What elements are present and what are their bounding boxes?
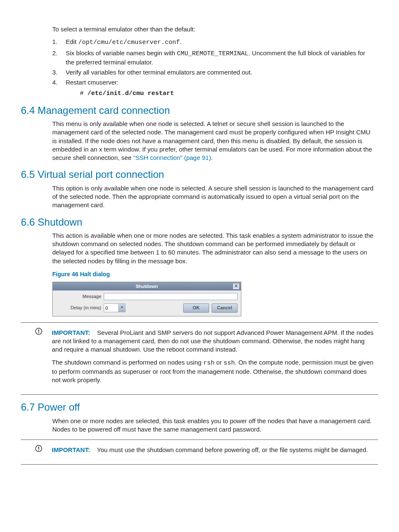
step-number: 1. bbox=[52, 38, 66, 47]
intro-section: To select a terminal emulator other than… bbox=[52, 25, 374, 98]
paragraph: When one or more nodes are selected, thi… bbox=[52, 417, 374, 434]
important-content: IMPORTANT: You must use the shutdown com… bbox=[52, 444, 368, 458]
svg-rect-1 bbox=[38, 329, 39, 332]
intro-lead: To select a terminal emulator other than… bbox=[52, 25, 374, 33]
svg-rect-2 bbox=[38, 332, 39, 333]
section-6-7-body: When one or more nodes are selected, thi… bbox=[52, 417, 374, 434]
message-label: Message bbox=[56, 293, 104, 300]
step-4: 4. Restart cmuserver: # /etc/init.d/cmu … bbox=[52, 78, 374, 98]
important-label: IMPORTANT: bbox=[52, 329, 90, 336]
dialog-body: Message Delay (in mins) ▼ OK Cancel bbox=[53, 290, 241, 316]
paragraph: This option is only available when one n… bbox=[52, 184, 374, 210]
text: . bbox=[211, 154, 212, 161]
step-1: 1. Edit /opt/cmu/etc/cmuserver.conf. bbox=[52, 38, 374, 47]
heading-6-7: 6.7 Power off bbox=[21, 401, 378, 414]
important-icon bbox=[35, 327, 52, 389]
message-row: Message bbox=[56, 293, 238, 300]
text: Edit bbox=[66, 38, 78, 45]
divider bbox=[21, 439, 378, 440]
delay-row: Delay (in mins) ▼ OK Cancel bbox=[56, 303, 238, 313]
command: /etc/init.d/cmu restart bbox=[87, 90, 174, 97]
delay-label: Delay (in mins) bbox=[56, 305, 104, 311]
divider bbox=[21, 322, 378, 323]
ssh-connection-link[interactable]: “SSH connection” (page 91) bbox=[133, 154, 211, 161]
step-text: Verify all variables for other terminal … bbox=[66, 68, 252, 77]
paragraph: This menu is only available when one nod… bbox=[52, 120, 374, 162]
important-icon bbox=[35, 444, 52, 458]
code: rsh bbox=[203, 360, 215, 367]
text: . bbox=[180, 38, 182, 45]
text: Several ProLiant and SMP servers do not … bbox=[52, 329, 373, 353]
important-content: IMPORTANT: Several ProLiant and SMP serv… bbox=[52, 327, 374, 389]
ok-button[interactable]: OK bbox=[183, 303, 209, 313]
step-3: 3. Verify all variables for other termin… bbox=[52, 68, 374, 77]
divider bbox=[21, 394, 378, 395]
important-label: IMPORTANT: bbox=[52, 446, 90, 453]
section-6-5-body: This option is only available when one n… bbox=[52, 184, 374, 210]
close-icon[interactable]: ✕ bbox=[233, 283, 240, 290]
delay-spinner[interactable]: ▼ bbox=[104, 303, 125, 312]
step-2: 2. Six blocks of variable names begin wi… bbox=[52, 49, 374, 67]
command-block: # /etc/init.d/cmu restart bbox=[80, 90, 174, 98]
step-text: Six blocks of variable names begin with … bbox=[66, 49, 374, 67]
section-6-6-body: This action is available when one or mor… bbox=[52, 231, 374, 316]
important-note-1: IMPORTANT: Several ProLiant and SMP serv… bbox=[35, 327, 374, 389]
heading-6-4: 6.4 Management card connection bbox=[21, 104, 378, 117]
code-var: CMU_REMOTE_TERMINAL bbox=[177, 50, 248, 57]
message-input[interactable] bbox=[104, 293, 238, 300]
paragraph: The shutdown command is performed on nod… bbox=[52, 358, 374, 385]
chevron-down-icon[interactable]: ▼ bbox=[118, 304, 125, 312]
paragraph: IMPORTANT: Several ProLiant and SMP serv… bbox=[52, 329, 374, 354]
text: Restart cmuserver: bbox=[66, 79, 119, 86]
code: ssh bbox=[224, 360, 235, 367]
heading-6-5: 6.5 Virtual serial port connection bbox=[21, 168, 378, 181]
code-path: /opt/cmu/etc/cmuserver.conf bbox=[78, 39, 180, 46]
figure-caption: Figure 46 Halt dialog bbox=[52, 270, 374, 278]
shutdown-dialog: Shutdown ✕ Message Delay (in mins) ▼ OK … bbox=[52, 282, 241, 316]
svg-rect-4 bbox=[38, 447, 39, 449]
step-number: 4. bbox=[52, 78, 66, 98]
divider bbox=[21, 464, 378, 465]
text: The shutdown command is performed on nod… bbox=[52, 359, 203, 366]
section-6-4-body: This menu is only available when one nod… bbox=[52, 120, 374, 162]
delay-input[interactable] bbox=[104, 304, 118, 312]
paragraph: IMPORTANT: You must use the shutdown com… bbox=[52, 446, 368, 454]
text: You must use the shutdown command before… bbox=[97, 446, 368, 453]
step-text: Edit /opt/cmu/etc/cmuserver.conf. bbox=[66, 38, 182, 47]
steps-list: 1. Edit /opt/cmu/etc/cmuserver.conf. 2. … bbox=[52, 38, 374, 98]
dialog-title-text: Shutdown bbox=[136, 284, 158, 289]
step-number: 2. bbox=[52, 49, 66, 67]
step-number: 3. bbox=[52, 68, 66, 77]
important-note-2: IMPORTANT: You must use the shutdown com… bbox=[35, 444, 374, 458]
text: Six blocks of variable names begin with bbox=[66, 49, 177, 57]
step-text: Restart cmuserver: # /etc/init.d/cmu res… bbox=[66, 78, 174, 98]
dialog-titlebar: Shutdown ✕ bbox=[53, 282, 241, 290]
cancel-button[interactable]: Cancel bbox=[212, 303, 238, 313]
svg-rect-5 bbox=[38, 450, 39, 450]
text: or bbox=[215, 359, 224, 366]
paragraph: This action is available when one or mor… bbox=[52, 231, 374, 265]
heading-6-6: 6.6 Shutdown bbox=[21, 216, 378, 229]
prompt: # bbox=[80, 90, 87, 97]
